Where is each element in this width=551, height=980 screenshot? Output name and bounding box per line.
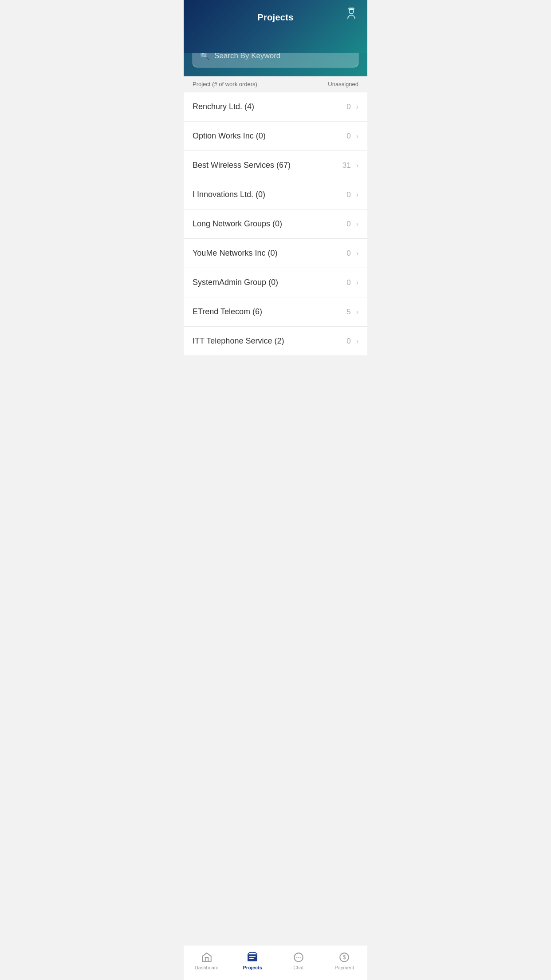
chevron-right-icon: ›	[356, 162, 358, 170]
project-right: 0 ›	[342, 278, 358, 287]
chevron-right-icon: ›	[356, 103, 358, 111]
header: Projects	[184, 0, 367, 53]
project-right: 0 ›	[342, 249, 358, 258]
project-name: Renchury Ltd. (4)	[193, 102, 254, 111]
chevron-right-icon: ›	[356, 337, 358, 345]
unassigned-count: 5	[342, 308, 351, 316]
project-item[interactable]: ITT Telephone Service (2) 0 ›	[184, 327, 367, 356]
project-item[interactable]: SystemAdmin Group (0) 0 ›	[184, 268, 367, 297]
project-name: ITT Telephone Service (2)	[193, 336, 284, 346]
worker-icon	[344, 7, 358, 24]
unassigned-count: 0	[342, 278, 351, 287]
chevron-right-icon: ›	[356, 132, 358, 140]
unassigned-count: 0	[342, 220, 351, 229]
project-name: Option Works Inc (0)	[193, 131, 266, 141]
unassigned-count: 0	[342, 103, 351, 111]
unassigned-count: 31	[342, 161, 351, 170]
project-right: 0 ›	[342, 132, 358, 141]
chevron-right-icon: ›	[356, 249, 358, 257]
project-list: Renchury Ltd. (4) 0 › Option Works Inc (…	[184, 92, 367, 356]
project-name: Long Network Groups (0)	[193, 219, 282, 229]
chevron-right-icon: ›	[356, 191, 358, 199]
column-header-right: Unassigned	[328, 81, 358, 87]
page-title: Projects	[191, 9, 360, 23]
project-right: 31 ›	[342, 161, 358, 170]
chevron-right-icon: ›	[356, 279, 358, 287]
chevron-right-icon: ›	[356, 220, 358, 228]
table-header: Project (# of work orders) Unassigned	[184, 76, 367, 92]
project-name: I Innovations Ltd. (0)	[193, 190, 265, 199]
project-name: ETrend Telecom (6)	[193, 307, 262, 316]
project-name: Best Wireless Services (67)	[193, 161, 291, 170]
project-item[interactable]: Renchury Ltd. (4) 0 ›	[184, 92, 367, 122]
project-item[interactable]: Option Works Inc (0) 0 ›	[184, 122, 367, 151]
project-item[interactable]: Long Network Groups (0) 0 ›	[184, 209, 367, 239]
project-right: 0 ›	[342, 220, 358, 229]
project-item[interactable]: Best Wireless Services (67) 31 ›	[184, 151, 367, 180]
project-right: 0 ›	[342, 103, 358, 111]
unassigned-count: 0	[342, 190, 351, 199]
project-right: 0 ›	[342, 190, 358, 199]
unassigned-count: 0	[342, 249, 351, 258]
project-name: SystemAdmin Group (0)	[193, 278, 278, 287]
unassigned-count: 0	[342, 337, 351, 346]
project-item[interactable]: I Innovations Ltd. (0) 0 ›	[184, 180, 367, 209]
unassigned-count: 0	[342, 132, 351, 141]
project-item[interactable]: ETrend Telecom (6) 5 ›	[184, 297, 367, 327]
column-header-left: Project (# of work orders)	[193, 81, 257, 87]
project-item[interactable]: YouMe Networks Inc (0) 0 ›	[184, 239, 367, 268]
project-name: YouMe Networks Inc (0)	[193, 249, 277, 258]
project-right: 5 ›	[342, 308, 358, 316]
chevron-right-icon: ›	[356, 308, 358, 316]
project-right: 0 ›	[342, 337, 358, 346]
